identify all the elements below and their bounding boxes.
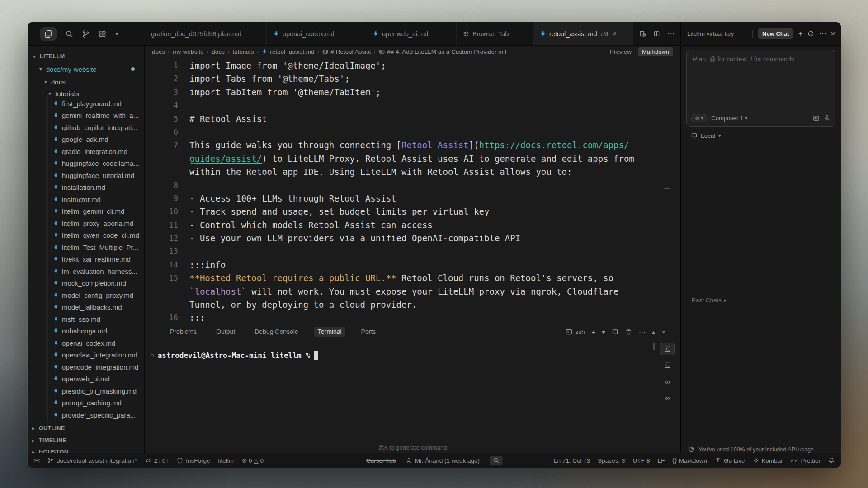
- split-terminal[interactable]: [612, 328, 618, 335]
- file-item-google-adk-md[interactable]: google_adk.md: [28, 134, 144, 146]
- explorer-button[interactable]: [40, 27, 57, 41]
- breadcrumb-item-retool-assist[interactable]: # Retool Assist: [322, 48, 371, 55]
- new-terminal[interactable]: +: [591, 328, 595, 335]
- tab-browser-tab[interactable]: Browser Tab: [457, 22, 533, 45]
- activity-chevron-icon[interactable]: ▾: [115, 31, 118, 37]
- open-changes-icon[interactable]: [639, 30, 646, 37]
- microphone-icon[interactable]: [824, 115, 830, 122]
- agent-mode-selector[interactable]: ∞ ▾: [691, 114, 707, 122]
- tab-retool-assist-md[interactable]: retool_assist.md↓M×: [533, 22, 633, 45]
- terminal-more[interactable]: ⋯: [639, 328, 645, 335]
- file-item-huggingface-codellama[interactable]: huggingface_codellama...: [28, 158, 144, 170]
- context-selector[interactable]: Local ▾: [691, 132, 721, 139]
- file-item-first-playground-md[interactable]: first_playground.md: [28, 98, 144, 110]
- terminal-scrollbar[interactable]: [653, 343, 655, 350]
- problems-status[interactable]: ⊘ 0 △ 0: [242, 457, 264, 464]
- file-item-github-copilot-integrati[interactable]: github_copilot_integrati...: [28, 122, 144, 134]
- terminal-session-1[interactable]: [660, 343, 674, 355]
- tree-item-outline[interactable]: ▸OUTLINE: [28, 422, 144, 435]
- chat-context-label[interactable]: Litellm virtual key: [687, 30, 747, 37]
- indentation-status[interactable]: Spaces: 3: [598, 457, 625, 464]
- file-item-openai-codex-md[interactable]: openai_codex.md: [28, 337, 144, 349]
- remote-indicator[interactable]: ><: [34, 458, 39, 463]
- file-item-mock-completion-md[interactable]: mock_completion.md: [28, 277, 144, 290]
- insforge-status[interactable]: InsForge: [177, 457, 210, 464]
- file-item-openweb-ui-md[interactable]: openweb_ui.md: [28, 373, 144, 385]
- chat-history-icon[interactable]: [807, 30, 814, 37]
- close-terminal-panel[interactable]: ×: [661, 328, 665, 335]
- shell-indicator[interactable]: zsh: [566, 328, 585, 335]
- file-item-livekit-xai-realtime-md[interactable]: livekit_xai_realtime.md: [28, 253, 144, 266]
- cursor-position-status[interactable]: Ln 71, Col 73: [554, 457, 590, 464]
- attach-image-icon[interactable]: [813, 115, 820, 122]
- tree-item-docs[interactable]: ▾docs: [28, 76, 144, 88]
- litellm-status[interactable]: litellm: [218, 457, 234, 464]
- go-live-status[interactable]: Go Live: [715, 457, 745, 464]
- composer-selector[interactable]: Composer 1 ▾: [711, 115, 747, 122]
- file-item-model-config-proxy-md[interactable]: model_config_proxy.md: [28, 289, 144, 301]
- notifications-status[interactable]: [828, 457, 835, 464]
- prettier-status[interactable]: ✓✓Prettier: [790, 457, 821, 464]
- file-item-model-fallbacks-md[interactable]: model_fallbacks.md: [28, 301, 144, 314]
- terminal-session-4[interactable]: ∞: [660, 392, 674, 404]
- chat-input[interactable]: Plan, @ for context, / for commands ∞ ▾ …: [686, 50, 835, 127]
- search-icon[interactable]: [65, 30, 73, 38]
- git-blame-status[interactable]: Mr. Ånand (1 week ago): [406, 457, 480, 464]
- tab-gration-doc-d075fd58-plan-md[interactable]: gration_doc_d075fd58.plan.md: [145, 22, 267, 45]
- breadcrumb-item-my-website[interactable]: my-website: [173, 48, 203, 55]
- editor-content[interactable]: 1import Image from '@theme/IdealImage';2…: [145, 57, 680, 325]
- terminal-tab-ports[interactable]: Ports: [358, 327, 380, 337]
- breadcrumb-item-docs[interactable]: docs: [152, 48, 165, 55]
- file-item-lm-evaluation-harness[interactable]: lm_evaluation_harness...: [28, 265, 144, 277]
- file-item-presidio-pii-masking-md[interactable]: presidio_pii_masking.md: [28, 385, 144, 397]
- tree-item-docs-my-website[interactable]: ▾docs/my-website: [28, 63, 144, 75]
- breadcrumb-item-tutorials[interactable]: tutorials: [232, 48, 254, 55]
- kill-terminal[interactable]: [625, 328, 632, 335]
- file-item-litellm-qwen-code-cli-md[interactable]: litellm_qwen_code_cli.md: [28, 230, 144, 242]
- close-tab-icon[interactable]: ×: [612, 30, 616, 38]
- encoding-status[interactable]: UTF-8: [632, 457, 650, 464]
- terminal-tab-terminal[interactable]: Terminal: [314, 327, 345, 337]
- terminal-tab-output[interactable]: Output: [212, 327, 239, 337]
- search-status[interactable]: [490, 456, 502, 465]
- git-sync-status[interactable]: 2↓ 0↑: [145, 457, 169, 464]
- split-editor-icon[interactable]: [653, 30, 660, 37]
- file-item-provider-specific-para[interactable]: provider_specific_para...: [28, 409, 144, 421]
- file-item-gemini-realtime-with-a[interactable]: gemini_realtime_with_a...: [28, 110, 144, 122]
- extensions-icon[interactable]: [99, 30, 107, 38]
- terminal-session-2[interactable]: [660, 359, 674, 371]
- terminal-session-3[interactable]: ∞: [660, 375, 674, 387]
- file-item-oobabooga-md[interactable]: oobabooga.md: [28, 325, 144, 338]
- file-item-installation-md[interactable]: installation.md: [28, 182, 144, 194]
- chat-more-icon[interactable]: ⋯: [819, 30, 826, 38]
- file-item-openclaw-integration-md[interactable]: openclaw_integration.md: [28, 349, 144, 361]
- file-item-instructor-md[interactable]: instructor.md: [28, 193, 144, 206]
- cursor-tab-status[interactable]: Cursor Tab: [366, 457, 396, 464]
- tab-openai-codex-md[interactable]: openai_codex.md: [267, 22, 366, 45]
- breadcrumb-item-4-add-litellm-as-a-custom-provider-in-f[interactable]: ## 4. Add LiteLLM as a Custom Provider i…: [379, 48, 509, 55]
- terminal-profile-chevron[interactable]: ▾: [602, 328, 605, 335]
- terminal-tab-problems[interactable]: Problems: [166, 327, 200, 337]
- tree-item-houston[interactable]: ▸HOUSTON: [28, 446, 144, 453]
- more-actions-icon[interactable]: ⋯: [667, 30, 674, 38]
- breadcrumb-item-docs[interactable]: docs: [212, 48, 225, 55]
- kombai-status[interactable]: Kombai: [753, 457, 783, 464]
- language-status[interactable]: { }Markdown: [672, 457, 707, 464]
- tab-openweb-ui-md[interactable]: openweb_ui.md: [366, 22, 457, 45]
- file-item-litellm-proxy-aporia-md[interactable]: litellm_proxy_aporia.md: [28, 217, 144, 230]
- new-chat-button[interactable]: New Chat: [758, 28, 793, 39]
- git-branch-status[interactable]: docs/retool-assist-integration*: [47, 457, 137, 464]
- past-chats[interactable]: Past Chats ▸: [692, 297, 726, 304]
- tree-item-timeline[interactable]: ▸TIMELINE: [28, 435, 144, 447]
- file-item-litellm-gemini-cli-md[interactable]: litellm_gemini_cli.md: [28, 206, 144, 218]
- breadcrumb-item-retool-assist-md[interactable]: retool_assist.md: [262, 48, 314, 55]
- file-item-msft-sso-md[interactable]: msft_sso.md: [28, 313, 144, 325]
- source-control-icon[interactable]: [82, 30, 90, 38]
- terminal-tab-debug-console[interactable]: Debug Console: [251, 327, 302, 337]
- close-chat-panel-icon[interactable]: ×: [831, 30, 835, 38]
- tree-item-litellm[interactable]: ▾LITELLM: [28, 51, 144, 63]
- file-item-huggingface-tutorial-md[interactable]: huggingface_tutorial.md: [28, 169, 144, 182]
- file-item-gradio-integration-md[interactable]: gradio_integration.md: [28, 145, 144, 158]
- preview-button[interactable]: Preview: [610, 48, 632, 55]
- file-item-opencode-integration-md[interactable]: opencode_integration.md: [28, 361, 144, 373]
